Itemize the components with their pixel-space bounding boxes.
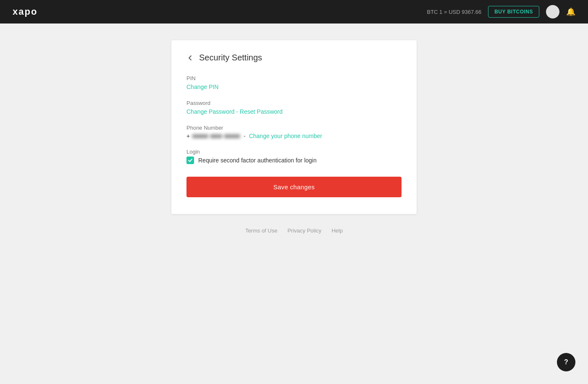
phone-section: Phone Number + ■■■■ ■■■ ■■■■ - Change yo… (186, 125, 402, 139)
footer: Terms of Use Privacy Policy Help (245, 227, 343, 234)
help-link[interactable]: Help (331, 227, 343, 234)
phone-row: + ■■■■ ■■■ ■■■■ - Change your phone numb… (186, 133, 402, 139)
change-pin-link[interactable]: Change PIN (186, 84, 218, 90)
second-factor-row: Require second factor authentication for… (186, 157, 402, 164)
logo: xapo (13, 6, 37, 17)
pin-section: PIN Change PIN (186, 75, 402, 91)
change-password-link[interactable]: Change Password - Reset Password (186, 108, 283, 115)
phone-number-blurred: ■■■■ ■■■ ■■■■ (192, 133, 240, 139)
btc-rate: BTC 1 = USD 9367.66 (427, 9, 481, 15)
login-section: Login Require second factor authenticati… (186, 149, 402, 164)
security-settings-card: Security Settings PIN Change PIN Passwor… (171, 40, 417, 214)
pin-label: PIN (186, 75, 402, 81)
password-label: Password (186, 100, 402, 106)
second-factor-checkbox[interactable] (186, 157, 194, 164)
buy-bitcoins-button[interactable]: BUY BITCOINS (488, 6, 539, 18)
privacy-policy-link[interactable]: Privacy Policy (287, 227, 321, 234)
phone-separator: - (244, 133, 246, 139)
second-factor-label: Require second factor authentication for… (198, 157, 317, 164)
phone-label: Phone Number (186, 125, 402, 131)
save-changes-button[interactable]: Save changes (186, 177, 402, 197)
main-content: Security Settings PIN Change PIN Passwor… (0, 24, 588, 251)
avatar[interactable] (546, 5, 559, 18)
phone-prefix: + (186, 133, 190, 139)
header: xapo BTC 1 = USD 9367.66 BUY BITCOINS 🔔 (0, 0, 588, 24)
password-section: Password Change Password - Reset Passwor… (186, 100, 402, 115)
change-phone-link[interactable]: Change your phone number (249, 133, 322, 139)
terms-of-use-link[interactable]: Terms of Use (245, 227, 278, 234)
page-title: Security Settings (199, 53, 262, 63)
help-button[interactable]: ? (557, 353, 575, 371)
help-icon: ? (564, 358, 568, 366)
notification-icon[interactable]: 🔔 (566, 7, 575, 16)
header-right: BTC 1 = USD 9367.66 BUY BITCOINS 🔔 (427, 5, 575, 18)
login-label: Login (186, 149, 402, 155)
back-button[interactable] (186, 54, 194, 62)
card-header: Security Settings (186, 53, 402, 63)
